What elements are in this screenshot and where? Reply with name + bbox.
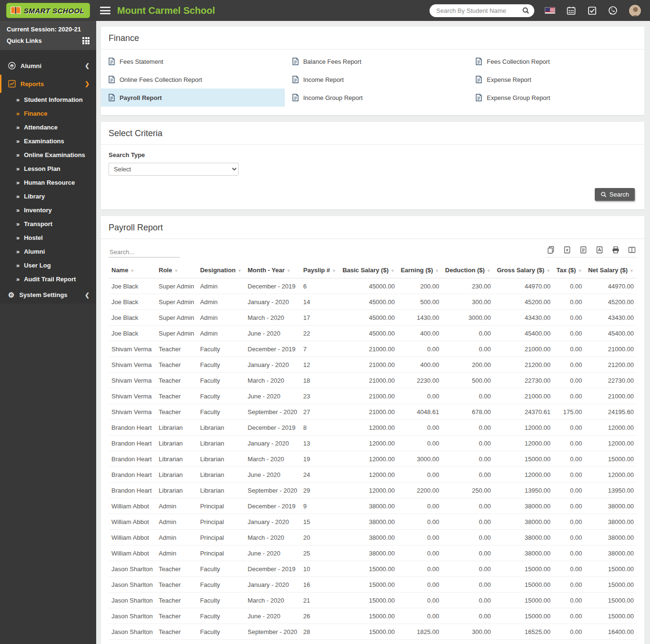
table-search-input[interactable] [109,247,180,258]
payslip-number-link[interactable]: 17 [300,310,340,326]
sidebar-item-reports[interactable]: Reports ❯ [0,75,96,93]
employee-name-link[interactable]: Joe Black [109,294,156,310]
column-header-basic-salary[interactable]: Basic Salary ($)▼ [339,262,397,278]
finance-link-expense-group-report[interactable]: Expense Group Report [468,89,644,107]
sidebar-item-lesson-plan[interactable]: »Lesson Plan [0,162,96,176]
sidebar-item-library[interactable]: »Library [0,189,96,203]
excel-export-icon[interactable]: X [563,246,571,254]
sidebar-item-user-log[interactable]: »User Log [0,258,96,272]
payslip-number-link[interactable]: 19 [300,451,340,467]
payslip-number-link[interactable]: 10 [300,561,340,577]
logo-container[interactable]: SMART SCHOOL [0,3,96,18]
quick-links-grid-icon[interactable] [82,37,90,44]
finance-link-income-group-report[interactable]: Income Group Report [285,89,469,107]
column-header-name[interactable]: Name▼ [109,262,156,278]
copy-icon[interactable] [547,246,555,254]
employee-name-link[interactable]: Shivam Verma [109,373,156,388]
employee-name-link[interactable]: Joe Black [109,326,156,341]
employee-name-link[interactable]: Brandon Heart [109,467,156,483]
finance-link-fees-collection-report[interactable]: Fees Collection Report [468,52,644,70]
tasks-icon[interactable] [587,5,597,16]
employee-name-link[interactable]: Brandon Heart [109,483,156,498]
search-button[interactable]: Search [595,188,635,201]
employee-name-link[interactable]: Shivam Verma [109,341,156,357]
finance-link-income-report[interactable]: Income Report [285,70,469,89]
employee-name-link[interactable]: Jason Sharlton [109,608,156,624]
sidebar-item-examinations[interactable]: »Examinations [0,134,96,148]
payslip-number-link[interactable]: 26 [300,608,340,624]
employee-name-link[interactable]: Shivam Verma [109,357,156,373]
payslip-number-link[interactable]: 11 [300,640,340,644]
employee-name-link[interactable]: Jason Sharlton [109,577,156,593]
column-header-payslip[interactable]: Payslip #▼ [300,262,340,278]
payslip-number-link[interactable]: 9 [300,498,340,514]
finance-link-fees-statement[interactable]: Fees Statement [101,52,285,70]
employee-name-link[interactable]: Brandon Heart [109,420,156,436]
payslip-number-link[interactable]: 15 [300,514,340,530]
column-header-month-year[interactable]: Month - Year▼ [245,262,300,278]
employee-name-link[interactable]: William Abbot [109,514,156,530]
employee-name-link[interactable]: Brandon Heart [109,451,156,467]
employee-name-link[interactable]: Brandon Heart [109,436,156,451]
sidebar-item-finance[interactable]: »Finance [0,107,96,120]
payslip-number-link[interactable]: 12 [300,357,340,373]
payslip-number-link[interactable]: 22 [300,326,340,341]
payslip-number-link[interactable]: 14 [300,294,340,310]
payslip-number-link[interactable]: 6 [300,278,340,294]
payslip-number-link[interactable]: 7 [300,341,340,357]
employee-name-link[interactable]: Jason Sharlton [109,593,156,608]
payslip-number-link[interactable]: 23 [300,388,340,404]
sidebar-item-alumni[interactable]: Alumni ❮ [0,57,96,75]
employee-name-link[interactable]: Jason Sharlton [109,561,156,577]
employee-name-link[interactable]: William Abbot [109,498,156,514]
sidebar-item-audit-trail-report[interactable]: »Audit Trail Report [0,272,96,286]
employee-name-link[interactable]: James Deckar [109,640,156,644]
sidebar-item-human-resource[interactable]: »Human Resource [0,176,96,189]
user-avatar[interactable] [629,4,641,17]
sidebar-item-student-information[interactable]: »Student Information [0,93,96,107]
payslip-number-link[interactable]: 20 [300,530,340,545]
payslip-number-link[interactable]: 25 [300,545,340,561]
sidebar-item-alumni[interactable]: »Alumni [0,245,96,258]
employee-name-link[interactable]: Joe Black [109,310,156,326]
employee-name-link[interactable]: Shivam Verma [109,388,156,404]
payslip-number-link[interactable]: 13 [300,436,340,451]
search-icon[interactable] [522,7,530,14]
employee-name-link[interactable]: William Abbot [109,530,156,545]
csv-export-icon[interactable] [579,246,587,254]
student-search-input[interactable] [436,7,522,14]
search-type-select[interactable]: Select [109,163,239,176]
column-header-earning[interactable]: Earning ($)▼ [398,262,442,278]
employee-name-link[interactable]: Jason Sharlton [109,624,156,640]
finance-link-balance-fees-report[interactable]: Balance Fees Report [285,52,469,70]
sidebar-item-online-examinations[interactable]: »Online Examinations [0,148,96,162]
column-header-tax[interactable]: Tax ($)▼ [553,262,585,278]
pdf-export-icon[interactable] [595,246,603,254]
column-header-role[interactable]: Role▼ [156,262,197,278]
employee-name-link[interactable]: Shivam Verma [109,404,156,420]
column-header-net-salary[interactable]: Net Salary ($)▼ [585,262,637,278]
calendar-icon[interactable] [566,5,576,16]
payslip-number-link[interactable]: 18 [300,373,340,388]
column-visibility-icon[interactable] [628,246,636,254]
column-header-deduction[interactable]: Deduction ($)▼ [442,262,494,278]
employee-name-link[interactable]: William Abbot [109,545,156,561]
employee-name-link[interactable]: Joe Black [109,278,156,294]
finance-link-payroll-report[interactable]: Payroll Report [101,89,285,107]
whatsapp-chat-icon[interactable] [608,5,618,16]
column-header-gross-salary[interactable]: Gross Salary ($)▼ [494,262,553,278]
payslip-number-link[interactable]: 29 [300,483,340,498]
payslip-number-link[interactable]: 16 [300,577,340,593]
language-flag-icon[interactable] [545,5,555,16]
print-icon[interactable] [611,246,620,254]
payslip-number-link[interactable]: 8 [300,420,340,436]
payslip-number-link[interactable]: 27 [300,404,340,420]
payslip-number-link[interactable]: 24 [300,467,340,483]
sidebar-item-inventory[interactable]: »Inventory [0,203,96,217]
column-header-designation[interactable]: Designation▼ [197,262,245,278]
finance-link-online-fees-collection-report[interactable]: Online Fees Collection Report [101,70,285,89]
finance-link-expense-report[interactable]: Expense Report [468,70,644,89]
sidebar-item-hostel[interactable]: »Hostel [0,231,96,245]
quick-links[interactable]: Quick Links [7,37,90,44]
sidebar-item-attendance[interactable]: »Attendance [0,120,96,134]
